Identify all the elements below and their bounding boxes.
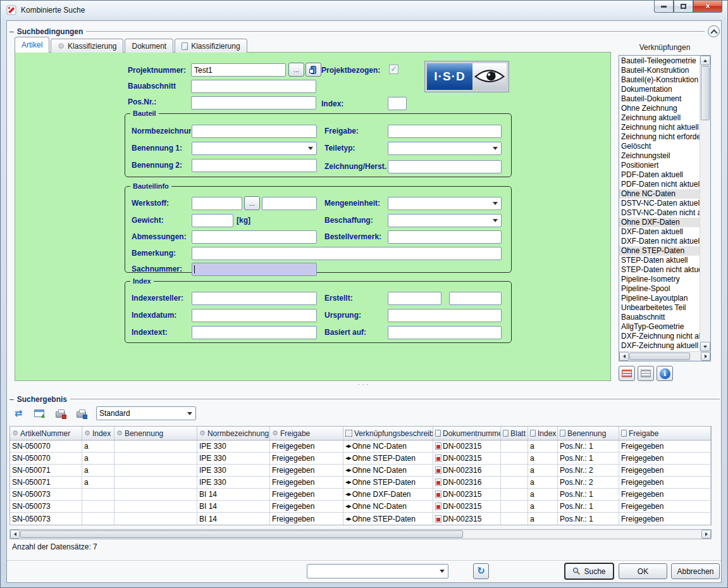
scroll-left-button[interactable] — [10, 530, 20, 539]
scroll-down-button[interactable] — [700, 342, 710, 351]
verknuepfungen-item[interactable]: Pipeline-Isometry — [619, 275, 700, 284]
column-header[interactable]: ⚙ArtikelNummer — [10, 427, 82, 440]
indexersteller-input[interactable] — [192, 292, 317, 305]
vertical-scroll-track[interactable] — [700, 121, 710, 342]
export-results-button[interactable] — [52, 406, 68, 420]
tab-artikel[interactable]: Artikel — [15, 37, 49, 53]
scroll-right-button[interactable] — [701, 352, 710, 361]
normbezeichnung-input[interactable] — [192, 125, 317, 138]
verknuepfungen-item[interactable]: PDF-Daten aktuell — [619, 170, 700, 180]
werkstoff-input-1[interactable] — [192, 197, 242, 210]
index-input[interactable] — [388, 97, 407, 110]
bestellvermerk-input[interactable] — [388, 230, 502, 244]
projekt-browse-button[interactable]: ... — [288, 63, 304, 77]
verknuepfungen-item[interactable]: Zeichnungsteil — [619, 151, 700, 161]
result-profile-combo[interactable]: Standard — [96, 406, 196, 420]
table-row[interactable]: SN-050073BI 14Freigegeben◀▶Ohne DXF-Date… — [10, 489, 711, 501]
column-header[interactable]: ⚙Freigabe — [270, 427, 343, 440]
table-horizontal-scrollbar[interactable] — [9, 529, 712, 539]
indextext-input[interactable] — [192, 326, 317, 339]
bemerkung-input[interactable] — [192, 247, 502, 260]
list-vertical-scrollbar[interactable] — [700, 56, 710, 351]
close-button[interactable]: × — [693, 1, 722, 13]
bauabschnitt-input[interactable] — [191, 80, 316, 93]
title-bar[interactable]: Kombinierte Suche — [1, 1, 727, 20]
erstellt-input-2[interactable] — [449, 292, 502, 305]
verknuepfungen-item[interactable]: Dokumentation — [619, 85, 700, 94]
table-row[interactable]: SN-050071aIPE 330Freigegeben◀▶Ohne NC-Da… — [10, 465, 711, 477]
verknuepfungen-item[interactable]: Ohne DXF-Daten — [619, 218, 700, 227]
beschaffung-combo[interactable] — [388, 214, 502, 227]
werkstoff-input-2[interactable] — [262, 197, 317, 210]
column-header[interactable]: Benennung — [558, 427, 619, 440]
verknuepfungen-item[interactable]: AllgTyp-Geometrie — [619, 322, 700, 332]
verknuepfungen-item[interactable]: Bauabschnitt — [619, 313, 700, 322]
table-row[interactable]: SN-050070aIPE 330Freigegeben◀▶Ohne NC-Da… — [10, 441, 711, 453]
column-header[interactable]: Freigabe — [619, 427, 711, 440]
verknuepfungen-item[interactable]: Pipeline-Layoutplan — [619, 294, 700, 303]
freigabe-input[interactable] — [388, 125, 502, 138]
abmessungen-input[interactable] — [192, 230, 317, 244]
gewicht-input[interactable] — [192, 214, 233, 227]
benennung2-input[interactable] — [192, 159, 317, 172]
verknuepfungen-item[interactable]: Unbearbeitetes Teil — [619, 303, 700, 313]
scroll-left-button[interactable] — [619, 352, 629, 361]
table-row[interactable]: SN-050073BI 14Freigegeben◀▶Ohne NC-Daten… — [10, 501, 711, 513]
verknuepfungen-item[interactable]: DXF-Daten nicht aktuell — [619, 237, 700, 246]
saved-search-combo[interactable] — [307, 564, 448, 579]
column-header[interactable]: Verknüpfungsbeschreibung — [343, 427, 433, 440]
list-view-simple-button[interactable] — [638, 366, 654, 381]
column-header[interactable]: ⚙Benennung — [114, 427, 197, 440]
column-header[interactable]: Index — [528, 427, 558, 440]
verknuepfungen-item[interactable]: Positioniert — [619, 161, 700, 170]
list-view-detailed-button[interactable] — [619, 366, 635, 381]
verknuepfungen-item[interactable]: Bauteil(e)-Konstruktion — [619, 75, 700, 85]
column-header[interactable]: Dokumentnummer — [433, 427, 501, 440]
verknuepfungen-item[interactable]: DXF-Zeichnung aktuell — [619, 341, 700, 351]
basiert-auf-input[interactable] — [388, 326, 502, 339]
sachnummer-input[interactable] — [192, 263, 317, 276]
table-row[interactable]: SN-050071aIPE 330Freigegeben◀▶Ohne STEP-… — [10, 477, 711, 489]
open-result-window-button[interactable] — [32, 406, 47, 420]
teiletyp-combo[interactable] — [388, 142, 502, 155]
verknuepfungen-item[interactable]: Pipeline-Spool — [619, 284, 700, 294]
verknuepfungen-item[interactable]: Bauteil-Konstruktion — [619, 66, 700, 75]
tab-klassifizierung-artikel[interactable]: ⚙ Klassifizierung — [51, 39, 123, 53]
projekt-open-button[interactable] — [305, 63, 321, 77]
list-info-button[interactable]: i — [657, 366, 673, 381]
list-horizontal-scrollbar[interactable] — [619, 351, 710, 361]
verknuepfungen-item[interactable]: DXF-Daten aktuell — [619, 227, 700, 237]
verknuepfungen-item[interactable]: Bauteil-Dokument — [619, 94, 700, 104]
horizontal-scroll-thumb[interactable] — [629, 353, 690, 360]
verknuepfungen-item[interactable]: Ohne Zeichnung — [619, 104, 700, 113]
projektnummer-input[interactable] — [191, 63, 286, 77]
verknuepfungen-item[interactable]: Zeichnung aktuell — [619, 113, 700, 123]
verknuepfungen-item[interactable]: STEP-Daten nicht aktuell — [619, 265, 700, 275]
tab-dokument[interactable]: Dokument — [125, 39, 173, 53]
indexdatum-input[interactable] — [192, 309, 317, 322]
column-header[interactable]: Blatt — [501, 427, 528, 440]
verknuepfungen-item[interactable]: Ohne STEP-Daten — [619, 246, 700, 256]
verknuepfungen-item[interactable]: Zeichnung nicht erforderlich — [619, 132, 700, 142]
verknuepfungen-item[interactable]: Ohne NC-Daten — [619, 189, 700, 199]
projektbezogen-checkbox[interactable]: ✓ — [389, 65, 398, 74]
verknuepfungen-item[interactable]: Gelöscht — [619, 142, 700, 151]
refresh-button[interactable]: ↻ — [473, 563, 489, 579]
splitter-handle[interactable]: ··· — [1, 380, 727, 388]
mengeneinheit-combo[interactable] — [388, 197, 502, 210]
zeichnung-herst-input[interactable] — [388, 160, 502, 173]
posnr-input[interactable] — [191, 96, 316, 109]
scroll-up-button[interactable] — [700, 56, 710, 65]
horizontal-scroll-thumb[interactable] — [20, 530, 463, 538]
vertical-scroll-thumb[interactable] — [701, 66, 710, 120]
benennung1-combo[interactable] — [192, 142, 317, 155]
erstellt-input-1[interactable] — [388, 292, 441, 305]
maximize-button[interactable] — [674, 1, 693, 13]
verknuepfungen-item[interactable]: Zeichnung nicht aktuell — [619, 123, 700, 132]
abbrechen-button[interactable]: Abbrechen — [671, 563, 720, 579]
table-row[interactable]: SN-050073BI 14Freigegeben◀▶Ohne STEP-Dat… — [10, 513, 711, 525]
table-row[interactable]: SN-050070aIPE 330Freigegeben◀▶Ohne STEP-… — [10, 453, 711, 465]
verknuepfungen-item[interactable]: DSTV-NC-Daten aktuell — [619, 199, 700, 208]
horizontal-scroll-track[interactable] — [691, 352, 701, 361]
verknuepfungen-item[interactable]: DSTV-NC-Daten nicht aktuell — [619, 208, 700, 218]
